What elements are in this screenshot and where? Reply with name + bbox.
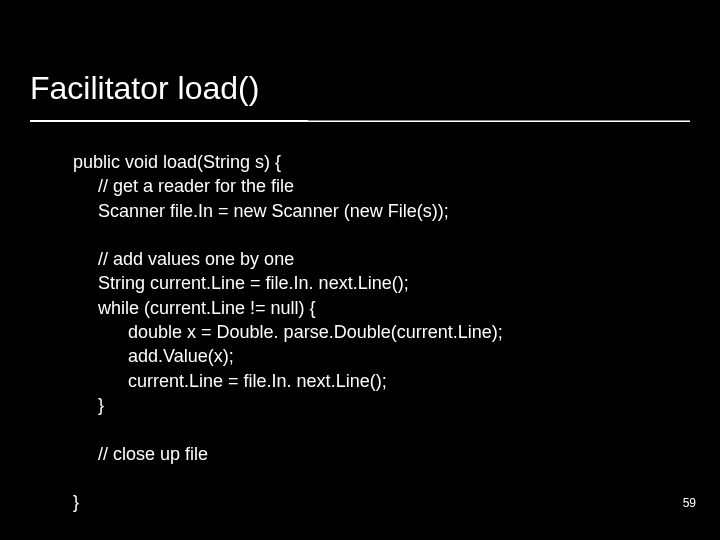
slide-title: Facilitator load() [30,70,259,107]
title-underline [30,120,690,122]
code-line: } [73,395,104,415]
code-line: // close up file [73,444,208,464]
code-line: public void load(String s) { [73,152,281,172]
code-line: add.Value(x); [73,346,234,366]
code-line: while (current.Line != null) { [73,298,316,318]
code-line: } [73,492,79,512]
code-line: String current.Line = file.In. next.Line… [73,273,409,293]
code-block: public void load(String s) { // get a re… [73,150,503,514]
code-line: Scanner file.In = new Scanner (new File(… [73,201,449,221]
code-line: // get a reader for the file [73,176,294,196]
code-line: current.Line = file.In. next.Line(); [73,371,387,391]
code-line: double x = Double. parse.Double(current.… [73,322,503,342]
code-line: // add values one by one [73,249,294,269]
page-number: 59 [683,496,696,510]
slide: Facilitator load() public void load(Stri… [0,0,720,540]
